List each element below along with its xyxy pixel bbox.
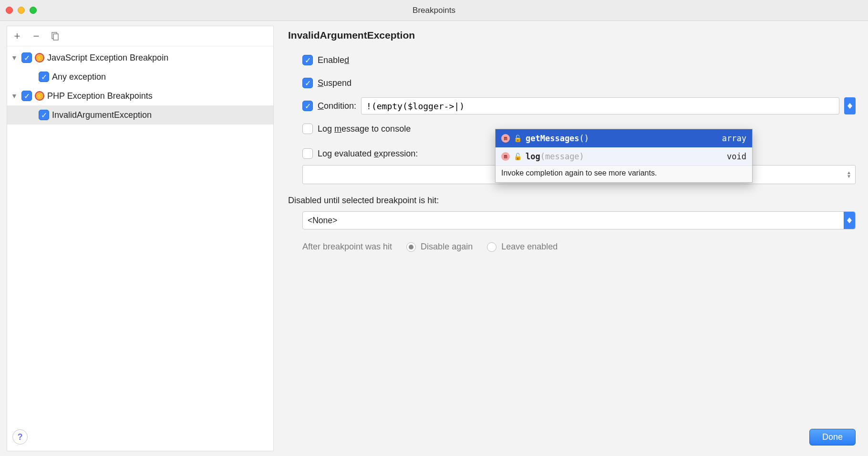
checkbox[interactable]: ✓ — [39, 110, 49, 120]
add-breakpoint-button[interactable]: + — [12, 31, 22, 41]
select-value: <None> — [308, 216, 337, 226]
suspend-label: Suspend — [318, 78, 351, 88]
exception-icon: ⚡ — [35, 91, 44, 101]
radio-icon — [487, 242, 496, 252]
checkbox[interactable]: ✓ — [21, 52, 32, 63]
expr-history-stepper[interactable]: ▲ ▼ — [847, 171, 851, 178]
tree-item-label: Any exception — [52, 72, 106, 82]
condition-label: Condition: — [318, 101, 356, 111]
completion-hint: Invoke completion again to see more vari… — [496, 166, 752, 182]
tree-item-label: PHP Exception Breakpoints — [47, 91, 153, 101]
visibility-icon: 🔓 — [514, 135, 522, 142]
disabled-until-label: Disabled until selected breakpoint is hi… — [288, 196, 856, 206]
method-icon: m — [501, 134, 510, 143]
disclosure-icon[interactable]: ▼ — [10, 92, 19, 100]
after-hit-label: After breakpoint was hit — [302, 242, 392, 252]
completion-item-log[interactable]: m 🔓 log(message) void — [496, 147, 752, 166]
log-console-checkbox[interactable] — [302, 124, 313, 134]
chevron-down-icon — [847, 106, 852, 109]
completion-type: array — [722, 134, 746, 143]
tree-toolbar: + − — [7, 26, 273, 46]
leave-enabled-option[interactable]: Leave enabled — [487, 242, 558, 252]
done-button[interactable]: Done — [809, 429, 856, 446]
condition-row: ✓ Condition: — [288, 94, 856, 117]
code-completion-popup[interactable]: m 🔓 getMessages() array m 🔓 log(message)… — [495, 129, 753, 183]
condition-checkbox[interactable]: ✓ — [302, 101, 313, 111]
tree-group-php-exceptions[interactable]: ▼ ✓ ⚡ PHP Exception Breakpoints — [7, 86, 273, 105]
help-button[interactable]: ? — [12, 429, 28, 445]
group-view-button[interactable] — [50, 31, 61, 41]
tree-item-invalidargumentexception[interactable]: ✓ InvalidArgumentException — [7, 105, 273, 124]
tree-item-label: InvalidArgumentException — [52, 110, 152, 120]
chevron-down-icon: ▼ — [847, 175, 851, 178]
after-hit-row: After breakpoint was hit Disable again L… — [288, 242, 856, 252]
select-expand-button[interactable] — [844, 212, 855, 229]
svg-rect-1 — [53, 34, 58, 40]
condition-input[interactable] — [361, 97, 839, 114]
breakpoint-detail-pane: InvalidArgumentException ✓ Enabled ✓ Sus… — [274, 21, 868, 456]
enabled-label: Enabled — [318, 55, 349, 65]
enabled-checkbox[interactable]: ✓ — [302, 55, 313, 65]
disclosure-icon[interactable]: ▼ — [10, 54, 19, 62]
breakpoint-tree-pane: + − ▼ ✓ ⚡ JavaScript Exception Breakpoin… — [7, 26, 274, 451]
titlebar: Breakpoints — [0, 0, 868, 21]
checkbox[interactable]: ✓ — [21, 91, 32, 101]
checkbox[interactable]: ✓ — [39, 72, 49, 82]
condition-expand-button[interactable] — [844, 97, 856, 114]
breakpoint-title: InvalidArgumentException — [288, 30, 856, 41]
log-expr-label: Log evaluated expression: — [318, 149, 418, 159]
tree-item-label: JavaScript Exception Breakpoin — [47, 53, 168, 63]
log-expr-checkbox[interactable] — [302, 148, 313, 159]
visibility-icon: 🔓 — [514, 153, 522, 160]
suspend-row: ✓ Suspend — [288, 72, 856, 94]
chevron-down-icon — [847, 220, 852, 223]
suspend-checkbox[interactable]: ✓ — [302, 78, 313, 88]
log-console-label: Log message to console — [318, 124, 411, 134]
tree-item-any-exception[interactable]: ✓ Any exception — [7, 67, 273, 86]
completion-type: void — [727, 152, 746, 161]
method-icon: m — [501, 152, 510, 161]
disable-again-option[interactable]: Disable again — [406, 242, 473, 252]
enabled-row: ✓ Enabled — [288, 49, 856, 72]
disabled-until-select[interactable]: <None> — [302, 211, 856, 229]
tree-group-js-exceptions[interactable]: ▼ ✓ ⚡ JavaScript Exception Breakpoin — [7, 48, 273, 67]
breakpoint-tree[interactable]: ▼ ✓ ⚡ JavaScript Exception Breakpoin ✓ A… — [7, 46, 273, 451]
window-title: Breakpoints — [0, 6, 868, 15]
remove-breakpoint-button[interactable]: − — [31, 31, 41, 41]
copy-icon — [51, 31, 60, 41]
exception-icon: ⚡ — [35, 53, 44, 62]
radio-icon — [406, 242, 416, 252]
dialog-footer: ? Done — [0, 418, 868, 456]
completion-item-getmessages[interactable]: m 🔓 getMessages() array — [496, 129, 752, 147]
